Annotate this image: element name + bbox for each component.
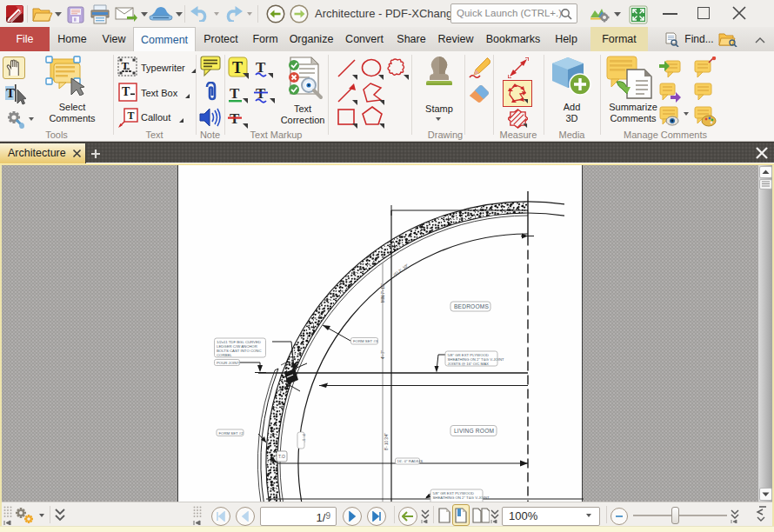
svg-text:MIN 7'- 10": MIN 7'- 10" xyxy=(381,283,385,303)
svg-text:9'- 1": 9'- 1" xyxy=(302,434,306,442)
svg-text:FORM SET #2: FORM SET #2 xyxy=(219,431,244,436)
svg-text:(E) 2'- 10": (E) 2'- 10" xyxy=(393,263,410,276)
svg-text:CORBEL: CORBEL xyxy=(217,353,232,357)
svg-text:T: T xyxy=(232,59,243,76)
svg-text:POUR JOINT: POUR JOINT xyxy=(217,361,239,365)
svg-text:4'- 7": 4'- 7" xyxy=(381,349,385,359)
svg-text:T.O: T.O xyxy=(278,454,285,459)
svg-text:8'- 10 3/4": 8'- 10 3/4" xyxy=(384,432,389,450)
svg-text:FORM SET #3: FORM SET #3 xyxy=(353,339,378,343)
svg-text:SHEATHING ON 2" T&G V-JOINT: SHEATHING ON 2" T&G V-JOINT xyxy=(433,495,490,500)
svg-text:T: T xyxy=(230,85,240,102)
svg-text:BEDROOMS: BEDROOMS xyxy=(454,303,489,309)
svg-text:T: T xyxy=(122,85,130,98)
svg-text:T: T xyxy=(6,86,15,100)
svg-text:16'- 0" RADIUS: 16'- 0" RADIUS xyxy=(397,459,424,463)
svg-text:LIVING ROOM: LIVING ROOM xyxy=(454,428,494,434)
svg-text:JOISTS @ 16" O/C MAX: JOISTS @ 16" O/C MAX xyxy=(448,362,490,366)
svg-text:T: T xyxy=(128,110,135,122)
svg-text:T: T xyxy=(122,59,130,72)
